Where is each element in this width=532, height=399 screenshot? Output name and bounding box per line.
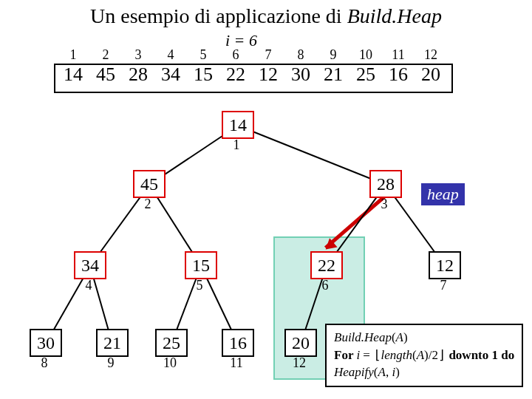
tree-node-index: 6 xyxy=(310,278,340,293)
array-index: 4 xyxy=(154,47,187,63)
tree-node-index: 9 xyxy=(96,355,126,371)
tree-node: 12 xyxy=(429,251,461,279)
array-index: 10 xyxy=(349,47,382,63)
tree-node: 45 xyxy=(133,170,166,198)
tree-node-index: 10 xyxy=(155,355,185,371)
tree-node-index: 5 xyxy=(185,278,214,293)
code-line-1: Build.Heap(A) xyxy=(334,330,514,347)
title-emphasis: Build.Heap xyxy=(347,4,442,27)
array-index: 5 xyxy=(187,47,219,63)
array-cell: 15 xyxy=(187,64,219,86)
tree-node-index: 11 xyxy=(222,355,251,371)
tree-node-index: 7 xyxy=(429,278,458,293)
code-line-2: For i = ⌊length(A)/2⌋ downto 1 do xyxy=(334,347,514,364)
tree-node: 28 xyxy=(369,170,402,198)
array-index: 1 xyxy=(57,47,89,63)
code-line-3: Heapify(A, i) xyxy=(334,364,514,381)
array-cell: 21 xyxy=(317,64,349,86)
tree-node-index: 12 xyxy=(284,355,314,371)
tree-node: 15 xyxy=(185,251,217,279)
array-cell: 45 xyxy=(89,64,122,86)
tree-edge xyxy=(238,125,386,185)
array-cell: 16 xyxy=(382,64,415,86)
array-index: 2 xyxy=(89,47,122,63)
tree-node: 21 xyxy=(96,329,129,357)
array-index: 3 xyxy=(122,47,154,63)
array-index: 11 xyxy=(382,47,415,63)
array-cell: 30 xyxy=(284,64,317,86)
pseudocode-panel: Build.Heap(A) For i = ⌊length(A)/2⌋ down… xyxy=(325,324,523,387)
tree-node: 20 xyxy=(284,329,317,357)
tree-node: 30 xyxy=(30,329,62,357)
tree-node: 34 xyxy=(74,251,106,279)
array-cell: 34 xyxy=(154,64,187,86)
tree-node-index: 1 xyxy=(222,137,251,153)
array-cell: 22 xyxy=(219,64,252,86)
array-cell: 14 xyxy=(57,64,89,86)
slide-canvas: Un esempio di applicazione di Build.Heap… xyxy=(0,0,532,399)
array-index: 6 xyxy=(219,47,252,63)
tree-node: 25 xyxy=(155,329,188,357)
array-index: 8 xyxy=(284,47,317,63)
page-title: Un esempio di applicazione di Build.Heap xyxy=(0,4,532,28)
array-index: 9 xyxy=(317,47,349,63)
array-index: 7 xyxy=(252,47,284,63)
array-cell: 25 xyxy=(349,64,382,86)
title-prefix: Un esempio di applicazione di xyxy=(90,4,347,27)
array-cell: 28 xyxy=(122,64,154,86)
heap-label: heap xyxy=(421,183,465,205)
array-cell: 20 xyxy=(415,64,447,86)
array-cell: 12 xyxy=(252,64,284,86)
tree-node: 16 xyxy=(222,329,254,357)
tree-node-index: 2 xyxy=(133,197,163,212)
tree-node: 14 xyxy=(222,111,254,139)
array-index: 12 xyxy=(415,47,447,63)
tree-node-index: 4 xyxy=(74,278,103,293)
tree-node: 22 xyxy=(310,251,343,279)
tree-node-index: 3 xyxy=(369,197,399,212)
tree-node-index: 8 xyxy=(30,355,59,371)
